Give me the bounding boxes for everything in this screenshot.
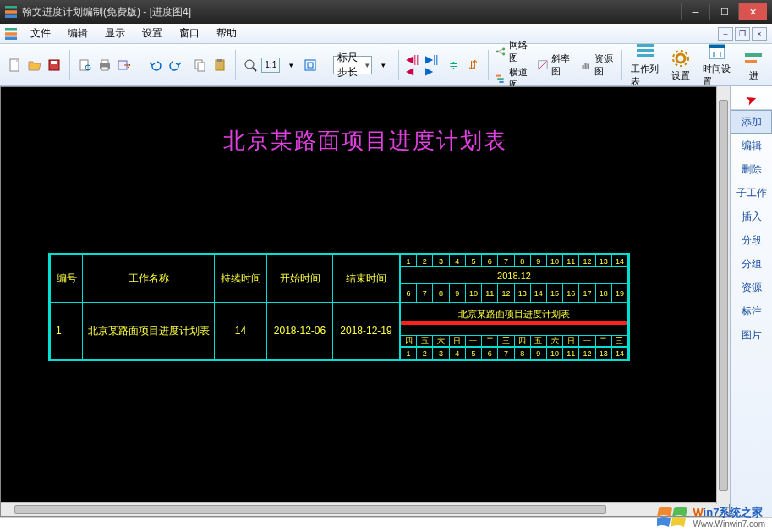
tick: 1	[401, 255, 417, 266]
tick: 5	[466, 348, 482, 359]
slope-icon	[538, 58, 548, 72]
data-table: 编号 1 工作名称 北京某路面项目进度计划表 持续时间 14 开始时间 2018…	[51, 255, 401, 359]
schedule-button[interactable]: 进	[738, 46, 769, 85]
svg-rect-21	[305, 60, 315, 70]
canvas-area[interactable]: 北京某路面项目进度计划表 编号 1 工作名称 北京某路面项目进度计划表 持续时间…	[0, 86, 730, 517]
window-close-button[interactable]: ✕	[738, 3, 767, 20]
svg-rect-13	[101, 67, 108, 70]
collapse-left-icon[interactable]: ◀||◀	[406, 56, 423, 74]
tick: 一	[579, 336, 595, 346]
time-settings-button[interactable]: 时间设置	[698, 46, 736, 85]
network-diagram-button[interactable]: 网络图	[496, 39, 529, 64]
zoom-icon[interactable]	[242, 56, 259, 74]
work-list-button[interactable]: 工作列表	[626, 46, 665, 85]
window-minimize-button[interactable]: ─	[681, 3, 709, 20]
side-item-1[interactable]: 编辑	[731, 134, 772, 157]
side-toolbar: ➤ 添加编辑删除子工作插入分段分组资源标注图片	[730, 86, 772, 517]
side-item-7[interactable]: 资源	[731, 276, 772, 299]
ruler-step-select[interactable]: 标尺步长	[333, 56, 372, 74]
menu-view[interactable]: 显示	[96, 25, 134, 42]
fit-window-icon[interactable]	[302, 56, 319, 74]
doc-minimize-button[interactable]: –	[718, 27, 733, 41]
gantt-bar[interactable]: 北京某路面项目进度计划表	[401, 308, 627, 325]
tick: 1	[401, 348, 417, 359]
tick: 13	[596, 348, 612, 359]
menu-edit[interactable]: 编辑	[59, 25, 96, 42]
tick: 8	[515, 255, 531, 266]
paste-icon[interactable]	[211, 56, 228, 74]
print-icon[interactable]	[96, 56, 113, 74]
svg-rect-35	[587, 63, 589, 69]
doc-restore-button[interactable]: ❐	[735, 27, 750, 41]
redo-icon[interactable]	[167, 56, 183, 74]
tick: 3	[433, 348, 449, 359]
settings-button[interactable]: 设置	[665, 46, 696, 85]
menu-settings[interactable]: 设置	[134, 25, 171, 42]
tick: 12	[579, 255, 595, 266]
zoom-dropdown-icon[interactable]: ▾	[282, 56, 299, 74]
print-preview-icon[interactable]	[77, 56, 94, 74]
split-icon[interactable]: ≑	[445, 56, 462, 74]
col-header-start: 开始时间	[267, 255, 332, 303]
export-icon[interactable]	[116, 56, 133, 74]
step-dropdown-button[interactable]: ▾	[375, 56, 391, 74]
slope-diagram-button[interactable]: 斜率图	[534, 52, 575, 78]
side-item-6[interactable]: 分组	[731, 252, 772, 276]
new-file-icon[interactable]	[7, 56, 24, 74]
menu-bar: 文件 编辑 显示 设置 窗口 帮助 – ❐ ×	[0, 24, 772, 44]
tick: 9	[531, 255, 547, 266]
doc-close-button[interactable]: ×	[752, 27, 767, 41]
gantt-icon	[496, 72, 506, 85]
expand-right-icon[interactable]: ▶||▶	[425, 56, 442, 74]
menu-file[interactable]: 文件	[22, 25, 59, 42]
window-title: 翰文进度计划编制(免费版) - [进度图4]	[22, 5, 681, 19]
svg-rect-3	[5, 28, 17, 31]
svg-rect-8	[51, 61, 57, 64]
resource-diagram-button[interactable]: 资源图	[578, 52, 618, 78]
watermark-brand: Win7系统之家	[693, 507, 765, 518]
zoom-100-button[interactable]: 1:1	[261, 58, 280, 73]
tick: 19	[612, 284, 627, 302]
side-item-8[interactable]: 标注	[731, 299, 772, 323]
cell-name: 北京某路面项目进度计划表	[83, 303, 214, 359]
tick: 14	[612, 348, 627, 359]
window-maximize-button[interactable]: ☐	[709, 3, 738, 20]
tick: 11	[482, 284, 498, 302]
pointer-tool[interactable]: ➤	[731, 90, 772, 110]
svg-rect-34	[584, 63, 586, 69]
tick: 三	[612, 336, 627, 346]
tick: 3	[433, 255, 449, 266]
slope-diagram-label: 斜率图	[551, 52, 572, 78]
merge-icon[interactable]: ⇵	[464, 56, 481, 74]
svg-rect-29	[497, 78, 503, 80]
menu-window[interactable]: 窗口	[171, 25, 208, 42]
svg-rect-42	[709, 45, 725, 48]
svg-line-20	[253, 68, 256, 71]
tick: 4	[450, 255, 466, 266]
menu-help[interactable]: 帮助	[208, 25, 245, 42]
copy-icon[interactable]	[192, 56, 209, 74]
side-item-2[interactable]: 删除	[731, 157, 772, 181]
vertical-scrollbar[interactable]	[716, 86, 730, 504]
tick: 8	[515, 348, 531, 359]
side-item-5[interactable]: 分段	[731, 228, 772, 252]
horizontal-scrollbar[interactable]	[1, 502, 729, 516]
svg-rect-45	[745, 53, 762, 57]
side-item-0[interactable]: 添加	[731, 110, 772, 134]
svg-rect-28	[496, 74, 501, 76]
tick: 10	[547, 255, 563, 266]
cell-start: 2018-12-06	[267, 303, 332, 359]
tick: 12	[579, 348, 595, 359]
open-file-icon[interactable]	[26, 56, 43, 74]
tick: 10	[547, 348, 563, 359]
tick: 6	[482, 255, 498, 266]
save-file-icon[interactable]	[46, 56, 63, 74]
undo-icon[interactable]	[147, 56, 164, 74]
watermark: Win7系统之家 Www.Winwin7.com	[657, 505, 765, 530]
side-item-3[interactable]: 子工作	[731, 181, 772, 205]
side-item-9[interactable]: 图片	[731, 323, 772, 347]
side-item-4[interactable]: 插入	[731, 205, 772, 228]
status-bar	[0, 517, 772, 532]
tick: 7	[498, 255, 514, 266]
gantt-ruler-top: 1234567891011121314	[401, 255, 627, 267]
